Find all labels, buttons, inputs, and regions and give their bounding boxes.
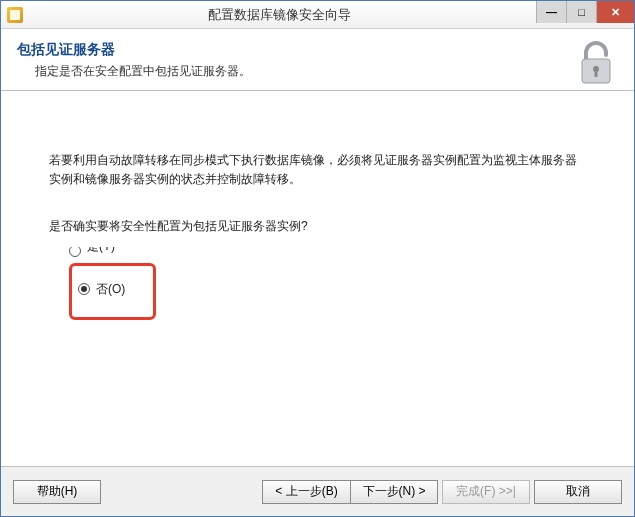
lock-icon <box>574 39 618 87</box>
radio-no-circle <box>78 283 90 295</box>
page-subtitle: 指定是否在安全配置中包括见证服务器。 <box>17 63 251 80</box>
radio-group: 是(Y) 否(O) <box>49 247 586 320</box>
highlight-box: 否(O) <box>69 263 156 320</box>
titlebar: 配置数据库镜像安全向导 — □ ✕ <box>1 1 634 29</box>
close-button[interactable]: ✕ <box>596 1 634 23</box>
finish-button[interactable]: 完成(F) >>| <box>442 480 530 504</box>
footer: 帮助(H) < 上一步(B) 下一步(N) > 完成(F) >>| 取消 <box>1 466 634 516</box>
radio-yes-circle <box>69 247 81 257</box>
info-text: 若要利用自动故障转移在同步模式下执行数据库镜像，必须将见证服务器实例配置为监视主… <box>49 151 586 189</box>
wizard-window: 配置数据库镜像安全向导 — □ ✕ 包括见证服务器 指定是否在安全配置中包括见证… <box>0 0 635 517</box>
page-title: 包括见证服务器 <box>17 41 251 59</box>
header-text-block: 包括见证服务器 指定是否在安全配置中包括见证服务器。 <box>17 39 251 80</box>
header-panel: 包括见证服务器 指定是否在安全配置中包括见证服务器。 <box>1 29 634 91</box>
nav-button-pair: < 上一步(B) 下一步(N) > <box>262 480 438 504</box>
radio-no-label: 否(O) <box>96 280 125 299</box>
content-area: 若要利用自动故障转移在同步模式下执行数据库镜像，必须将见证服务器实例配置为监视主… <box>1 91 634 340</box>
maximize-button[interactable]: □ <box>566 1 596 23</box>
svg-rect-2 <box>595 70 598 77</box>
next-button[interactable]: 下一步(N) > <box>350 480 438 504</box>
radio-yes[interactable]: 是(Y) <box>69 247 586 261</box>
cancel-button[interactable]: 取消 <box>534 480 622 504</box>
window-title: 配置数据库镜像安全向导 <box>23 6 536 24</box>
help-button[interactable]: 帮助(H) <box>13 480 101 504</box>
back-button[interactable]: < 上一步(B) <box>262 480 350 504</box>
radio-no[interactable]: 否(O) <box>78 276 125 303</box>
radio-yes-label: 是(Y) <box>87 247 115 257</box>
app-icon <box>7 7 23 23</box>
minimize-button[interactable]: — <box>536 1 566 23</box>
window-controls: — □ ✕ <box>536 1 634 28</box>
question-text: 是否确实要将安全性配置为包括见证服务器实例? <box>49 217 586 236</box>
